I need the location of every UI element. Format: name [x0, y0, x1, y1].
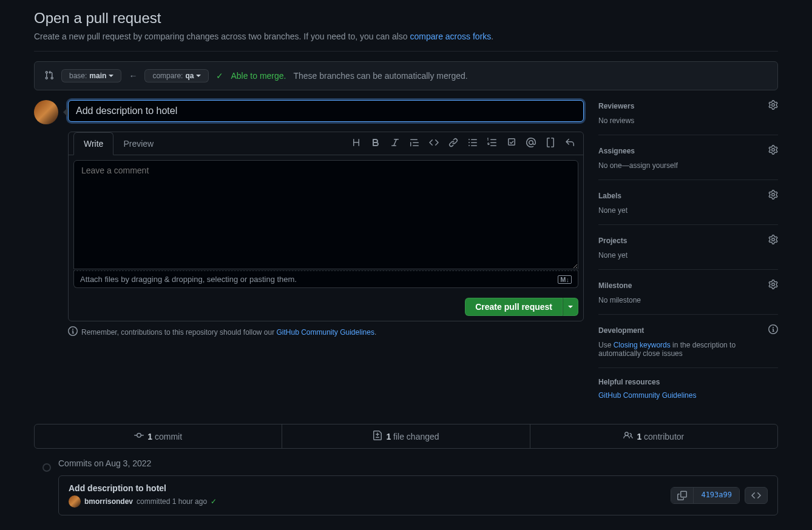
guidelines-note: Remember, contributions to this reposito…	[68, 326, 584, 338]
create-pr-button[interactable]: Create pull request	[465, 298, 563, 316]
commit-title[interactable]: Add description to hotel	[69, 483, 217, 493]
caret-down-icon	[568, 306, 573, 308]
projects-title: Projects	[598, 236, 627, 245]
contributors-stat[interactable]: 1 contributor	[530, 424, 777, 448]
files-stat[interactable]: 1 file changed	[282, 424, 530, 448]
milestone-title: Milestone	[598, 281, 632, 290]
merge-status-check-icon: ✓	[216, 71, 223, 81]
gear-icon[interactable]	[768, 100, 778, 112]
mention-icon[interactable]	[523, 135, 540, 152]
markdown-icon[interactable]: M↓	[558, 275, 572, 284]
compare-branch-button[interactable]: compare: qa	[144, 69, 209, 82]
commit-date-header: Commits on Aug 3, 2022	[34, 458, 778, 468]
bold-icon[interactable]	[367, 135, 384, 152]
milestone-body: No milestone	[598, 296, 778, 304]
commit-sha-link[interactable]: 4193a99	[693, 488, 739, 503]
caret-down-icon	[109, 75, 113, 77]
heading-icon[interactable]	[348, 135, 365, 152]
assign-yourself-link[interactable]: assign yourself	[629, 161, 678, 170]
unordered-list-icon[interactable]	[464, 135, 481, 152]
community-guidelines-link[interactable]: GitHub Community Guidelines	[277, 328, 374, 337]
comment-textarea[interactable]	[73, 160, 578, 269]
pr-title-input[interactable]	[68, 100, 584, 122]
divider	[34, 51, 778, 52]
caret-down-icon	[196, 75, 201, 77]
reviewers-body: No reviews	[598, 116, 778, 125]
people-icon	[623, 431, 633, 442]
code-icon[interactable]	[425, 135, 442, 152]
ordered-list-icon[interactable]	[484, 135, 501, 152]
reply-icon[interactable]	[561, 135, 578, 152]
development-title: Development	[598, 326, 644, 335]
merge-status-text: Able to merge.	[231, 71, 286, 81]
stats-bar: 1 commit 1 file changed 1 contributor	[34, 424, 778, 449]
preview-tab[interactable]: Preview	[113, 133, 163, 155]
italic-icon[interactable]	[387, 135, 404, 152]
development-body: Use Closing keywords in the description …	[598, 341, 778, 358]
browse-code-button[interactable]	[745, 487, 768, 504]
link-icon[interactable]	[445, 135, 462, 152]
gear-icon[interactable]	[768, 145, 778, 156]
quote-icon[interactable]	[406, 135, 423, 152]
projects-body: None yet	[598, 251, 778, 260]
commits-stat[interactable]: 1 commit	[35, 424, 282, 448]
gear-icon[interactable]	[768, 235, 778, 246]
tasklist-icon[interactable]	[503, 135, 520, 152]
labels-title: Labels	[598, 192, 621, 200]
assignees-title: Assignees	[598, 147, 635, 155]
assignees-body: No one—assign yourself	[598, 161, 778, 170]
reference-icon[interactable]	[542, 135, 559, 152]
page-title: Open a pull request	[34, 10, 778, 27]
attach-files-bar[interactable]: Attach files by dragging & dropping, sel…	[73, 270, 578, 288]
base-branch-button[interactable]: base: main	[61, 69, 121, 82]
create-pr-dropdown-button[interactable]	[563, 298, 578, 316]
commit-icon	[134, 431, 144, 442]
commit-author-avatar[interactable]	[69, 495, 81, 508]
file-diff-icon	[373, 431, 382, 442]
resources-title: Helpful resources	[598, 378, 660, 386]
check-icon[interactable]: ✓	[211, 497, 217, 506]
user-avatar[interactable]	[34, 100, 58, 124]
reviewers-title: Reviewers	[598, 102, 634, 110]
commit-item: Add description to hotel bmorrisondev co…	[58, 475, 778, 515]
page-subtitle: Create a new pull request by comparing c…	[34, 32, 778, 41]
info-icon	[68, 326, 78, 338]
gear-icon[interactable]	[768, 280, 778, 291]
labels-body: None yet	[598, 206, 778, 215]
info-icon[interactable]	[768, 324, 778, 336]
arrow-left-icon: ←	[129, 71, 137, 81]
resources-guidelines-link[interactable]: GitHub Community Guidelines	[598, 391, 696, 400]
merge-message: These branches can be automatically merg…	[293, 71, 467, 81]
compare-forks-link[interactable]: compare across forks	[410, 32, 491, 41]
gear-icon[interactable]	[768, 190, 778, 201]
compare-box: base: main ← compare: qa ✓ Able to merge…	[34, 61, 778, 90]
commit-author-name[interactable]: bmorrisondev	[84, 497, 133, 506]
copy-sha-button[interactable]	[671, 488, 693, 503]
git-compare-icon	[44, 70, 54, 82]
closing-keywords-link[interactable]: Closing keywords	[614, 341, 671, 349]
write-tab[interactable]: Write	[73, 132, 113, 155]
